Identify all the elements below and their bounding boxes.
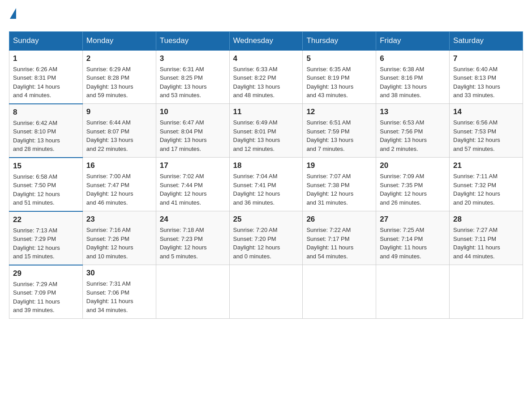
day-number: 21 (453, 161, 519, 170)
calendar-cell: 17Sunrise: 7:02 AMSunset: 7:44 PMDayligh… (156, 158, 229, 211)
calendar-cell: 15Sunrise: 6:58 AMSunset: 7:50 PMDayligh… (9, 158, 83, 211)
day-info: Sunrise: 7:04 AMSunset: 7:41 PMDaylight:… (233, 172, 299, 207)
day-number: 11 (233, 107, 299, 116)
calendar-cell: 30Sunrise: 7:31 AMSunset: 7:06 PMDayligh… (82, 265, 156, 319)
day-info: Sunrise: 6:51 AMSunset: 7:59 PMDaylight:… (306, 118, 372, 153)
day-info: Sunrise: 7:13 AMSunset: 7:29 PMDaylight:… (13, 226, 79, 261)
day-number: 24 (160, 215, 226, 224)
day-info: Sunrise: 7:00 AMSunset: 7:47 PMDaylight:… (86, 172, 152, 207)
calendar-cell: 7Sunrise: 6:40 AMSunset: 8:13 PMDaylight… (450, 50, 523, 104)
calendar-header-friday: Friday (376, 31, 450, 50)
day-number: 16 (86, 161, 152, 170)
day-number: 6 (380, 54, 446, 63)
calendar-cell: 21Sunrise: 7:11 AMSunset: 7:32 PMDayligh… (450, 158, 523, 211)
day-number: 10 (160, 107, 226, 116)
day-number: 5 (306, 54, 372, 63)
day-number: 28 (453, 215, 519, 224)
day-info: Sunrise: 6:33 AMSunset: 8:22 PMDaylight:… (233, 65, 299, 100)
calendar-header-thursday: Thursday (303, 31, 376, 50)
calendar-header-row: SundayMondayTuesdayWednesdayThursdayFrid… (9, 31, 523, 50)
day-info: Sunrise: 6:40 AMSunset: 8:13 PMDaylight:… (453, 65, 519, 100)
calendar-header-sunday: Sunday (9, 31, 83, 50)
calendar-cell: 23Sunrise: 7:16 AMSunset: 7:26 PMDayligh… (82, 211, 156, 265)
calendar-cell: 3Sunrise: 6:31 AMSunset: 8:25 PMDaylight… (156, 50, 229, 104)
calendar-cell: 2Sunrise: 6:29 AMSunset: 8:28 PMDaylight… (82, 50, 156, 104)
calendar-cell: 18Sunrise: 7:04 AMSunset: 7:41 PMDayligh… (229, 158, 303, 211)
calendar-week-row: 29Sunrise: 7:29 AMSunset: 7:09 PMDayligh… (9, 265, 523, 319)
day-info: Sunrise: 6:44 AMSunset: 8:07 PMDaylight:… (86, 118, 152, 153)
calendar-cell: 25Sunrise: 7:20 AMSunset: 7:20 PMDayligh… (229, 211, 303, 265)
day-info: Sunrise: 7:27 AMSunset: 7:11 PMDaylight:… (453, 226, 519, 261)
day-number: 29 (13, 269, 79, 278)
day-info: Sunrise: 6:26 AMSunset: 8:31 PMDaylight:… (13, 65, 79, 100)
calendar-table: SundayMondayTuesdayWednesdayThursdayFrid… (9, 31, 523, 319)
day-info: Sunrise: 6:53 AMSunset: 7:56 PMDaylight:… (380, 118, 446, 153)
calendar-cell: 10Sunrise: 6:47 AMSunset: 8:04 PMDayligh… (156, 104, 229, 158)
calendar-cell (156, 265, 229, 319)
logo (9, 9, 16, 22)
day-number: 26 (306, 215, 372, 224)
day-number: 3 (160, 54, 226, 63)
day-info: Sunrise: 6:31 AMSunset: 8:25 PMDaylight:… (160, 65, 226, 100)
day-number: 18 (233, 161, 299, 170)
day-info: Sunrise: 6:58 AMSunset: 7:50 PMDaylight:… (13, 172, 79, 207)
day-info: Sunrise: 6:42 AMSunset: 8:10 PMDaylight:… (13, 119, 79, 154)
day-info: Sunrise: 7:18 AMSunset: 7:23 PMDaylight:… (160, 226, 226, 261)
day-number: 22 (13, 215, 79, 224)
calendar-cell: 27Sunrise: 7:25 AMSunset: 7:14 PMDayligh… (376, 211, 450, 265)
calendar-week-row: 15Sunrise: 6:58 AMSunset: 7:50 PMDayligh… (9, 158, 523, 211)
day-info: Sunrise: 7:07 AMSunset: 7:38 PMDaylight:… (306, 172, 372, 207)
day-number: 15 (13, 162, 79, 171)
day-info: Sunrise: 7:20 AMSunset: 7:20 PMDaylight:… (233, 226, 299, 261)
calendar-cell: 26Sunrise: 7:22 AMSunset: 7:17 PMDayligh… (303, 211, 376, 265)
day-number: 17 (160, 161, 226, 170)
calendar-week-row: 1Sunrise: 6:26 AMSunset: 8:31 PMDaylight… (9, 50, 523, 104)
calendar-cell: 1Sunrise: 6:26 AMSunset: 8:31 PMDaylight… (9, 50, 83, 104)
calendar-cell (303, 265, 376, 319)
day-number: 8 (13, 108, 79, 117)
calendar-cell: 28Sunrise: 7:27 AMSunset: 7:11 PMDayligh… (450, 211, 523, 265)
calendar-cell (376, 265, 450, 319)
day-info: Sunrise: 7:11 AMSunset: 7:32 PMDaylight:… (453, 172, 519, 207)
calendar-cell: 20Sunrise: 7:09 AMSunset: 7:35 PMDayligh… (376, 158, 450, 211)
calendar-cell: 5Sunrise: 6:35 AMSunset: 8:19 PMDaylight… (303, 50, 376, 104)
calendar-cell: 14Sunrise: 6:56 AMSunset: 7:53 PMDayligh… (450, 104, 523, 158)
day-number: 23 (86, 215, 152, 224)
calendar-cell: 9Sunrise: 6:44 AMSunset: 8:07 PMDaylight… (82, 104, 156, 158)
day-number: 2 (86, 54, 152, 63)
day-info: Sunrise: 6:35 AMSunset: 8:19 PMDaylight:… (306, 65, 372, 100)
day-info: Sunrise: 7:25 AMSunset: 7:14 PMDaylight:… (380, 226, 446, 261)
day-number: 30 (86, 269, 152, 278)
calendar-header-wednesday: Wednesday (229, 31, 303, 50)
calendar-header-saturday: Saturday (450, 31, 523, 50)
day-number: 25 (233, 215, 299, 224)
calendar-week-row: 22Sunrise: 7:13 AMSunset: 7:29 PMDayligh… (9, 211, 523, 265)
calendar-cell: 13Sunrise: 6:53 AMSunset: 7:56 PMDayligh… (376, 104, 450, 158)
day-number: 20 (380, 161, 446, 170)
calendar-header-monday: Monday (82, 31, 156, 50)
day-info: Sunrise: 6:56 AMSunset: 7:53 PMDaylight:… (453, 118, 519, 153)
day-number: 14 (453, 107, 519, 116)
day-info: Sunrise: 7:22 AMSunset: 7:17 PMDaylight:… (306, 226, 372, 261)
calendar-cell: 4Sunrise: 6:33 AMSunset: 8:22 PMDaylight… (229, 50, 303, 104)
day-number: 27 (380, 215, 446, 224)
day-info: Sunrise: 6:47 AMSunset: 8:04 PMDaylight:… (160, 118, 226, 153)
calendar-cell (450, 265, 523, 319)
day-info: Sunrise: 7:09 AMSunset: 7:35 PMDaylight:… (380, 172, 446, 207)
day-info: Sunrise: 7:31 AMSunset: 7:06 PMDaylight:… (86, 279, 152, 314)
day-info: Sunrise: 7:29 AMSunset: 7:09 PMDaylight:… (13, 280, 79, 315)
day-info: Sunrise: 6:38 AMSunset: 8:16 PMDaylight:… (380, 65, 446, 100)
day-info: Sunrise: 6:49 AMSunset: 8:01 PMDaylight:… (233, 118, 299, 153)
day-number: 12 (306, 107, 372, 116)
day-number: 4 (233, 54, 299, 63)
day-number: 7 (453, 54, 519, 63)
calendar-cell: 24Sunrise: 7:18 AMSunset: 7:23 PMDayligh… (156, 211, 229, 265)
calendar-cell: 8Sunrise: 6:42 AMSunset: 8:10 PMDaylight… (9, 104, 83, 158)
calendar-cell: 22Sunrise: 7:13 AMSunset: 7:29 PMDayligh… (9, 211, 83, 265)
calendar-cell: 19Sunrise: 7:07 AMSunset: 7:38 PMDayligh… (303, 158, 376, 211)
calendar-header-tuesday: Tuesday (156, 31, 229, 50)
logo-triangle-icon (10, 8, 16, 19)
page-header (9, 9, 523, 22)
day-number: 19 (306, 161, 372, 170)
day-number: 13 (380, 107, 446, 116)
